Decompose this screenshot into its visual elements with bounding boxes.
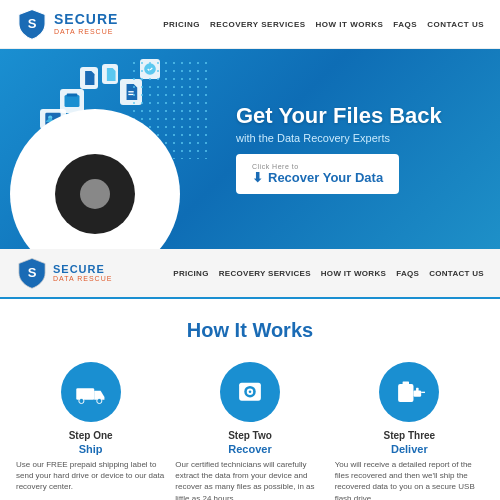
logo: S SECURE DATA RESCUE (16, 8, 118, 40)
svg-rect-3 (65, 95, 80, 107)
hero-content: Get Your Files Back with the Data Recove… (220, 94, 500, 204)
svg-rect-19 (414, 390, 422, 396)
step2-title: Recover (228, 443, 271, 455)
nav-pricing[interactable]: PRICING (163, 20, 200, 29)
ship-icon (75, 376, 107, 408)
step1-icon (61, 362, 121, 422)
cta-main-label: ⬇ Recover Your Data (252, 170, 383, 185)
hiw-step-1: Step One Ship Use our FREE prepaid shipp… (16, 362, 165, 500)
hiw-steps: Step One Ship Use our FREE prepaid shipp… (16, 362, 484, 500)
step1-num: Step One (69, 430, 113, 441)
disc-hole (80, 179, 110, 209)
svg-point-16 (254, 396, 257, 399)
recover-icon (234, 376, 266, 408)
logo-name: SECURE (54, 12, 118, 27)
hero-cta-button[interactable]: Click Here to ⬇ Recover Your Data (236, 154, 399, 194)
step3-title: Deliver (391, 443, 428, 455)
step2-desc: Our certified technicians will carefully… (175, 459, 324, 500)
secondary-shield-icon: S (16, 257, 48, 289)
nav-how-it-works[interactable]: HOW IT WORKS (316, 20, 384, 29)
step2-icon (220, 362, 280, 422)
step3-num: Step Three (383, 430, 435, 441)
hero-section: Get Your Files Back with the Data Recove… (0, 49, 500, 249)
shield-icon: S (16, 8, 48, 40)
secondary-nav-links: PRICING RECOVERY SERVICES HOW IT WORKS F… (173, 269, 484, 278)
sec-nav-pricing[interactable]: PRICING (173, 269, 208, 278)
hiw-title: How It Works (16, 319, 484, 342)
deliver-icon (393, 376, 425, 408)
svg-rect-9 (76, 388, 94, 400)
svg-rect-20 (416, 388, 419, 391)
step3-icon (379, 362, 439, 422)
step1-title: Ship (79, 443, 103, 455)
step2-num: Step Two (228, 430, 272, 441)
nav-faqs[interactable]: FAQS (393, 20, 417, 29)
step3-desc: You will receive a detailed report of th… (335, 459, 484, 500)
sec-nav-recovery[interactable]: RECOVERY SERVICES (219, 269, 311, 278)
svg-rect-4 (67, 94, 78, 97)
step1-desc: Use our FREE prepaid shipping label to s… (16, 459, 165, 493)
svg-point-10 (78, 398, 83, 403)
svg-point-11 (96, 398, 101, 403)
logo-tagline: DATA RESCUE (54, 28, 118, 36)
hiw-step-3: Step Three Deliver You will receive a de… (335, 362, 484, 500)
how-it-works-section: How It Works Step One Ship Use our FREE … (0, 299, 500, 500)
top-navigation: S SECURE DATA RESCUE PRICING RECOVERY SE… (0, 0, 500, 49)
download-icon: ⬇ (252, 170, 263, 185)
nav-links: PRICING RECOVERY SERVICES HOW IT WORKS F… (163, 20, 484, 29)
secondary-logo: S SECURE DATA RESCUE (16, 257, 112, 289)
sec-nav-faqs[interactable]: FAQS (396, 269, 419, 278)
svg-rect-17 (398, 384, 413, 402)
secondary-logo-text: SECURE DATA RESCUE (53, 263, 112, 283)
hero-title: Get Your Files Back (236, 104, 484, 128)
sec-nav-how-it-works[interactable]: HOW IT WORKS (321, 269, 386, 278)
secondary-navigation: S SECURE DATA RESCUE PRICING RECOVERY SE… (0, 249, 500, 299)
svg-point-15 (249, 390, 252, 393)
secondary-logo-tagline: DATA RESCUE (53, 275, 112, 283)
hiw-step-2: Step Two Recover Our certified technicia… (175, 362, 324, 500)
svg-rect-18 (403, 381, 409, 385)
cta-click-here-label: Click Here to (252, 163, 299, 170)
file-icon-1 (80, 67, 98, 89)
hero-subtitle: with the Data Recovery Experts (236, 132, 484, 144)
svg-text:S: S (28, 16, 37, 31)
nav-contact-us[interactable]: CONTACT US (427, 20, 484, 29)
logo-text: SECURE DATA RESCUE (54, 12, 118, 35)
secondary-logo-name: SECURE (53, 263, 112, 275)
hero-left-visual (0, 49, 220, 249)
svg-text:S: S (28, 265, 37, 280)
sec-nav-contact[interactable]: CONTACT US (429, 269, 484, 278)
nav-recovery-services[interactable]: RECOVERY SERVICES (210, 20, 306, 29)
hard-drive-disc (55, 154, 135, 234)
file-icon-2 (102, 64, 118, 84)
